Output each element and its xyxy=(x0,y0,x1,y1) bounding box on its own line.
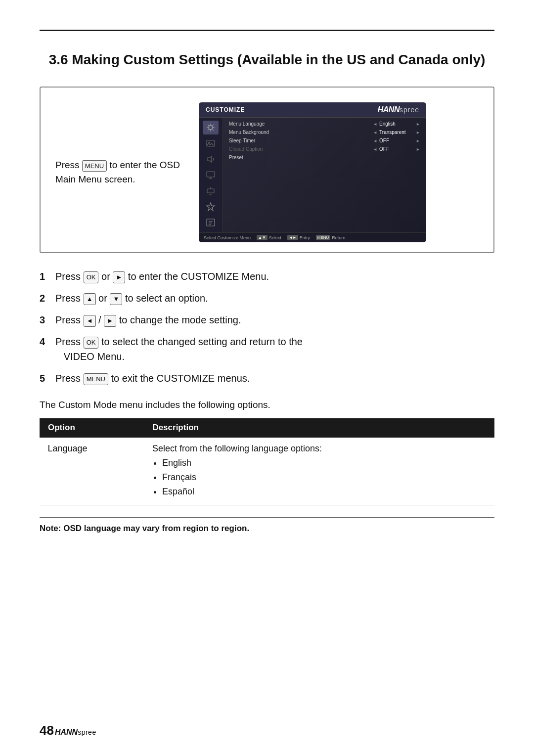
step-1-key2: ► xyxy=(113,271,125,283)
svg-marker-5 xyxy=(207,203,215,211)
footer-brand-spree: spree xyxy=(78,728,96,736)
note-text: Note: OSD language may vary from region … xyxy=(40,524,494,534)
table-header-description: Description xyxy=(144,419,494,438)
footer-brand: HANNspree xyxy=(55,728,96,737)
osd-footer-return: MENU Return xyxy=(316,235,346,240)
description-prefix: Select from the following language optio… xyxy=(152,444,322,453)
note-box: Note: OSD language may vary from region … xyxy=(40,517,494,534)
step-3-text: Press ◄ / ► to change the mode setting. xyxy=(55,312,241,327)
step-2-key1: ▲ xyxy=(84,293,96,305)
osd-icon-picture xyxy=(203,136,219,150)
svg-rect-6 xyxy=(207,219,215,226)
osd-menu-content: Menu Language ◄ English ► Menu Backgroun… xyxy=(223,118,426,232)
language-english: English xyxy=(162,456,487,470)
step-4-number: 4 xyxy=(40,334,55,349)
step-4-text: Press OK to select the changed setting a… xyxy=(55,334,303,364)
table-cell-option: Language xyxy=(40,437,144,505)
osd-label-sleep: Sleep Timer xyxy=(229,138,371,143)
osd-body: Menu Language ◄ English ► Menu Backgroun… xyxy=(199,118,426,232)
step-2-text: Press ▲ or ▼ to select an option. xyxy=(55,291,208,306)
main-menu-text: Main Menu screen. xyxy=(55,174,135,184)
enter-osd-text: to enter the OSD xyxy=(109,160,180,170)
language-francais: Français xyxy=(162,470,487,485)
step-4: 4 Press OK to select the changed setting… xyxy=(40,334,494,364)
osd-label-background: Menu Background xyxy=(229,130,371,135)
language-espanol: Español xyxy=(162,485,487,499)
svg-point-0 xyxy=(209,126,213,130)
osd-menu-row-sleep: Sleep Timer ◄ OFF ► xyxy=(227,136,422,145)
steps-section: 1 Press OK or ► to enter the CUSTOMIZE M… xyxy=(40,269,494,386)
table-header-option: Option xyxy=(40,419,144,438)
step-5-key1: MENU xyxy=(84,373,108,385)
osd-value-background: Transparent xyxy=(379,130,414,135)
osd-menu-row-caption: Closed Caption ◄ OFF ► xyxy=(227,145,422,153)
step-3-number: 3 xyxy=(40,312,55,327)
svg-rect-3 xyxy=(207,172,215,177)
step-4-key1: OK xyxy=(84,337,99,349)
footer-brand-hann: HANN xyxy=(55,728,78,736)
osd-icon-audio xyxy=(203,152,219,166)
page: 3.6 Making Custom Settings (Available in… xyxy=(0,0,534,756)
osd-icon-display xyxy=(203,168,219,182)
section-heading: 3.6 Making Custom Settings (Available in… xyxy=(40,51,494,69)
osd-menu-row-preset: Preset xyxy=(227,153,422,162)
top-rule xyxy=(40,30,494,31)
press-label: Press xyxy=(55,160,80,170)
step-5-number: 5 xyxy=(40,371,55,386)
table-intro: The Custom Mode menu includes the follow… xyxy=(40,400,494,410)
footer-page-number: 48 xyxy=(40,723,54,738)
step-1-text: Press OK or ► to enter the CUSTOMIZE Men… xyxy=(55,269,269,284)
menu-key: MENU xyxy=(82,160,107,172)
osd-brand-hann: HANN xyxy=(378,105,400,114)
step-1: 1 Press OK or ► to enter the CUSTOMIZE M… xyxy=(40,269,494,284)
table-row-language: Language Select from the following langu… xyxy=(40,437,494,505)
osd-mockup: CUSTOMIZE HANNspree xyxy=(199,102,426,242)
table-cell-description: Select from the following language optio… xyxy=(144,437,494,505)
step-2-key2: ▼ xyxy=(110,293,122,305)
osd-footer-select: ▲▼ Select xyxy=(257,235,281,240)
osd-brand-spree: spree xyxy=(400,106,419,114)
osd-value-sleep: OFF xyxy=(379,138,414,143)
step-5: 5 Press MENU to exit the CUSTOMIZE menus… xyxy=(40,371,494,386)
page-footer: 48 HANNspree xyxy=(40,723,96,738)
osd-icon-star xyxy=(203,200,219,214)
osd-label-preset: Preset xyxy=(229,155,420,160)
osd-menu-row-language: Menu Language ◄ English ► xyxy=(227,120,422,128)
step-1-number: 1 xyxy=(40,269,55,284)
step-5-text: Press MENU to exit the CUSTOMIZE menus. xyxy=(55,371,250,386)
osd-footer-entry: ◄► Entry xyxy=(287,235,310,240)
osd-footer: Select Customize Menu ▲▼ Select ◄► Entry… xyxy=(199,232,426,242)
osd-menu-row-background: Menu Background ◄ Transparent ► xyxy=(227,128,422,136)
svg-rect-4 xyxy=(207,189,214,193)
osd-icon-customize xyxy=(203,121,219,134)
osd-customize-label: CUSTOMIZE xyxy=(206,106,245,113)
osd-icon-sidebar xyxy=(199,118,223,232)
screenshot-box: Press MENU to enter the OSD Main Menu sc… xyxy=(40,87,494,253)
step-2: 2 Press ▲ or ▼ to select an option. xyxy=(40,291,494,306)
osd-brand: HANNspree xyxy=(378,105,419,114)
step-2-number: 2 xyxy=(40,291,55,306)
language-bullet-list: English Français Español xyxy=(152,456,487,498)
osd-icon-font xyxy=(203,216,219,229)
step-1-key1: OK xyxy=(84,271,99,283)
osd-icon-input xyxy=(203,184,219,198)
step-3-key2: ► xyxy=(104,315,116,327)
osd-value-language: English xyxy=(379,121,414,127)
osd-footer-label-select: Select Customize Menu xyxy=(204,235,251,240)
step-3-key1: ◄ xyxy=(84,315,96,327)
options-table: Option Description Language Select from … xyxy=(40,418,494,505)
osd-value-caption: OFF xyxy=(379,146,414,152)
osd-label-language: Menu Language xyxy=(229,121,371,127)
osd-label-caption: Closed Caption xyxy=(229,146,371,152)
osd-header: CUSTOMIZE HANNspree xyxy=(199,102,426,118)
svg-point-2 xyxy=(209,142,210,143)
screenshot-text: Press MENU to enter the OSD Main Menu sc… xyxy=(55,158,184,186)
step-3: 3 Press ◄ / ► to change the mode setting… xyxy=(40,312,494,327)
